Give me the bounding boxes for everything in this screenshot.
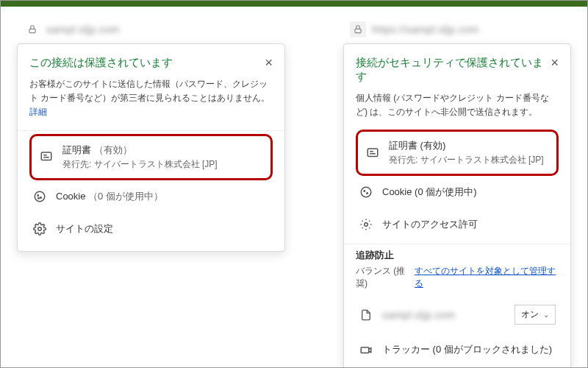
permissions-row[interactable]: サイトのアクセス許可 [356, 208, 559, 241]
file-icon [359, 308, 373, 322]
svg-point-12 [365, 223, 368, 227]
certificate-highlight: 証明書 （有効） 発行先: サイバートラスト株式会社 [JP] [29, 134, 273, 180]
address-bar-right: https://sampl.sljp.com [350, 21, 479, 38]
address-text: https://sampl.sljp.com [372, 24, 479, 35]
connection-panel-chrome: この接続は保護されています × お客様がこのサイトに送信した情報（パスワード、ク… [17, 43, 285, 252]
balance-label: バランス (推奨) [356, 265, 415, 290]
panel-title: この接続は保護されています [29, 56, 173, 70]
certificate-row[interactable]: 証明書 (有効) 発行先: サイバートラスト株式会社 [JP] [364, 136, 551, 169]
connection-panel-edge: 接続がセキュリティで保護されています × 個人情報 (パスワードやクレジット カ… [343, 43, 571, 368]
svg-point-4 [37, 194, 39, 196]
cookie-icon [359, 185, 373, 199]
cert-issuer: 発行先: サイバートラスト株式会社 [JP] [62, 158, 263, 171]
svg-rect-0 [29, 29, 35, 32]
site-settings-row[interactable]: サイトの設定 [29, 213, 273, 245]
panel-description: 個人情報 (パスワードやクレジット カード番号など) は、このサイトへ非公開で送… [356, 91, 559, 119]
certificate-highlight: 証明書 (有効) 発行先: サイバートラスト株式会社 [JP] [356, 130, 559, 176]
cert-status: （有効） [94, 144, 132, 155]
svg-point-3 [35, 191, 45, 202]
cert-issuer: 発行先: サイバートラスト株式会社 [JP] [389, 154, 549, 166]
svg-point-5 [40, 197, 42, 198]
cookie-row[interactable]: Cookie (0 個が使用中) [356, 176, 559, 208]
domain-row: sampl.sljp.com オン ⌄ [356, 296, 559, 333]
cookie-label: Cookie (0 個が使用中) [382, 185, 556, 199]
cert-label: 証明書 (有効) [389, 139, 549, 152]
cookie-status: （0 個が使用中） [88, 191, 163, 202]
panel-description: お客様がこのサイトに送信した情報（パスワード、クレジット カード番号など）が第三… [29, 77, 273, 120]
svg-point-11 [367, 193, 368, 194]
details-link[interactable]: 詳細 [29, 107, 47, 117]
lock-icon[interactable] [350, 21, 366, 38]
tracker-label: トラッカー (0 個がブロックされました) [382, 343, 556, 356]
site-settings-label: サイトの設定 [56, 222, 270, 236]
gear-icon [32, 222, 47, 236]
divider [18, 130, 284, 131]
cookie-icon [32, 189, 47, 204]
lock-icon[interactable] [24, 21, 40, 38]
tracker-icon [359, 342, 373, 357]
permissions-label: サイトのアクセス許可 [382, 218, 556, 231]
svg-point-7 [38, 227, 42, 230]
close-icon[interactable]: × [265, 56, 273, 69]
svg-point-10 [364, 191, 365, 192]
certificate-icon [39, 149, 54, 164]
certificate-icon [365, 146, 380, 160]
cookie-row[interactable]: Cookie （0 個が使用中） [29, 180, 273, 213]
domain-text: sampl.sljp.com [382, 309, 506, 321]
tracking-title: 追跡防止 [356, 249, 559, 262]
svg-rect-1 [355, 29, 361, 32]
cert-label: 証明書 [62, 144, 91, 155]
svg-rect-13 [361, 347, 369, 353]
address-text: sampl.sljp.com [46, 24, 120, 35]
panel-title: 接続がセキュリティで保護されています [356, 56, 551, 84]
address-bar-left: sampl.sljp.com [24, 21, 120, 38]
manage-trackers-link[interactable]: すべてのサイトを対象として管理する [415, 265, 559, 290]
top-accent-bar [1, 1, 587, 7]
cookie-label: Cookie [56, 191, 85, 202]
tracking-toggle[interactable]: オン ⌄ [514, 305, 556, 325]
divider [344, 244, 570, 244]
close-icon[interactable]: × [551, 56, 559, 69]
chevron-down-icon: ⌄ [543, 311, 549, 319]
svg-rect-2 [41, 152, 51, 160]
svg-point-6 [38, 197, 40, 199]
certificate-row[interactable]: 証明書 （有効） 発行先: サイバートラスト株式会社 [JP] [37, 141, 265, 174]
svg-rect-8 [368, 149, 378, 157]
tracker-row[interactable]: トラッカー (0 個がブロックされました) [356, 333, 559, 366]
svg-point-9 [361, 188, 371, 198]
gear-icon [359, 217, 373, 232]
